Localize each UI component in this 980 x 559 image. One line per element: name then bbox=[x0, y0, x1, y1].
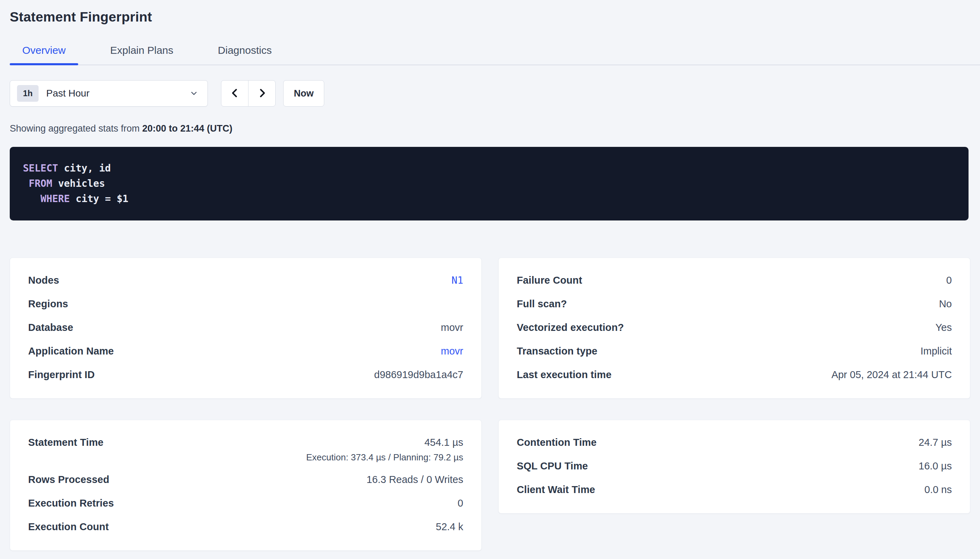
chevron-right-icon bbox=[257, 88, 267, 99]
row-label: Fingerprint ID bbox=[28, 369, 95, 380]
page-title: Statement Fingerprint bbox=[10, 9, 970, 25]
failure-count-value: 0 bbox=[946, 275, 952, 286]
chevron-left-icon bbox=[230, 88, 240, 99]
sql-statement-box: SELECT city, id FROM vehicles WHERE city… bbox=[10, 147, 968, 220]
row-label: Execution Count bbox=[28, 521, 109, 533]
execution-count-value: 52.4 k bbox=[436, 521, 463, 533]
row-execution-retries: Execution Retries 0 bbox=[28, 498, 463, 510]
row-application-name: Application Name movr bbox=[28, 346, 463, 358]
sql-cpu-time-value: 16.0 µs bbox=[919, 460, 952, 472]
tab-bar: Overview Explain Plans Diagnostics bbox=[10, 39, 980, 65]
database-value: movr bbox=[441, 322, 463, 333]
row-fingerprint-id: Fingerprint ID d986919d9ba1a4c7 bbox=[28, 369, 463, 382]
statement-time-main: Statement Time 454.1 µs bbox=[28, 437, 463, 449]
tab-diagnostics-label: Diagnostics bbox=[218, 45, 272, 56]
row-label: Execution Retries bbox=[28, 498, 114, 509]
tab-explain-plans[interactable]: Explain Plans bbox=[98, 39, 186, 64]
details-card: Nodes N1 Regions Database movr Applicati… bbox=[10, 258, 482, 399]
stats-summary-prefix: Showing aggregated stats from bbox=[10, 123, 142, 134]
row-rows-processed: Rows Processed 16.3 Reads / 0 Writes bbox=[28, 474, 463, 486]
now-button[interactable]: Now bbox=[283, 80, 324, 107]
row-label: Database bbox=[28, 322, 73, 333]
sql-text: vehicles bbox=[52, 178, 105, 189]
sql-line: WHERE city = $1 bbox=[23, 191, 955, 207]
sql-line: FROM vehicles bbox=[23, 176, 955, 191]
full-scan-value: No bbox=[939, 298, 952, 310]
row-label: SQL CPU Time bbox=[517, 460, 588, 472]
vectorized-execution-value: Yes bbox=[935, 322, 952, 333]
row-nodes: Nodes N1 bbox=[28, 275, 463, 287]
execution-attributes-card: Failure Count 0 Full scan? No Vectorized… bbox=[498, 258, 970, 399]
row-label: Last execution time bbox=[517, 369, 612, 380]
row-client-wait-time: Client Wait Time 0.0 ns bbox=[517, 484, 952, 496]
time-step-group bbox=[221, 80, 275, 107]
fingerprint-id-value: d986919d9ba1a4c7 bbox=[374, 369, 463, 380]
time-prev-button[interactable] bbox=[221, 80, 249, 107]
last-execution-time-value: Apr 05, 2024 at 21:44 UTC bbox=[831, 369, 952, 380]
stats-summary-range: 20:00 to 21:44 (UTC) bbox=[142, 123, 232, 134]
row-sql-cpu-time: SQL CPU Time 16.0 µs bbox=[517, 460, 952, 473]
contention-time-value: 24.7 µs bbox=[919, 437, 952, 448]
rows-processed-value: 16.3 Reads / 0 Writes bbox=[366, 474, 463, 485]
sql-keyword: WHERE bbox=[41, 193, 70, 205]
row-last-execution-time: Last execution time Apr 05, 2024 at 21:4… bbox=[517, 369, 952, 382]
chevron-down-icon bbox=[189, 89, 199, 98]
row-label: Nodes bbox=[28, 275, 59, 286]
tab-diagnostics[interactable]: Diagnostics bbox=[206, 39, 284, 64]
time-toolbar: 1h Past Hour Now bbox=[10, 80, 970, 107]
row-transaction-type: Transaction type Implicit bbox=[517, 346, 952, 358]
aggregated-stats-summary: Showing aggregated stats from 20:00 to 2… bbox=[10, 122, 970, 134]
row-label: Application Name bbox=[28, 346, 114, 357]
row-label: Statement Time bbox=[28, 437, 104, 448]
row-regions: Regions bbox=[28, 298, 463, 311]
row-label: Contention Time bbox=[517, 437, 597, 448]
transaction-type-value: Implicit bbox=[920, 346, 952, 357]
row-full-scan: Full scan? No bbox=[517, 298, 952, 311]
sql-text: city = $1 bbox=[70, 193, 129, 205]
statement-time-value: 454.1 µs bbox=[425, 437, 463, 448]
time-preset-badge: 1h bbox=[17, 85, 38, 102]
row-statement-time: Statement Time 454.1 µs Execution: 373.4… bbox=[28, 437, 463, 463]
row-label: Vectorized execution? bbox=[517, 322, 624, 333]
client-wait-time-value: 0.0 ns bbox=[924, 484, 952, 496]
tab-overview[interactable]: Overview bbox=[10, 39, 78, 64]
statement-time-breakdown: Execution: 373.4 µs / Planning: 79.2 µs bbox=[28, 452, 463, 463]
time-next-button[interactable] bbox=[248, 80, 275, 107]
time-range-selected-label: Past Hour bbox=[46, 88, 90, 99]
row-label: Regions bbox=[28, 298, 68, 310]
row-label: Client Wait Time bbox=[517, 484, 595, 496]
time-range-dropdown[interactable]: 1h Past Hour bbox=[10, 80, 208, 107]
row-label: Full scan? bbox=[517, 298, 567, 310]
tab-overview-label: Overview bbox=[22, 45, 66, 56]
sql-keyword: FROM bbox=[29, 178, 52, 189]
sql-line: SELECT city, id bbox=[23, 161, 955, 176]
sql-text bbox=[23, 193, 41, 205]
nodes-link[interactable]: N1 bbox=[451, 275, 463, 286]
row-failure-count: Failure Count 0 bbox=[517, 275, 952, 287]
row-contention-time: Contention Time 24.7 µs bbox=[517, 437, 952, 449]
statement-performance-card: Statement Time 454.1 µs Execution: 373.4… bbox=[10, 420, 482, 551]
row-vectorized-execution: Vectorized execution? Yes bbox=[517, 322, 952, 334]
row-label: Transaction type bbox=[517, 346, 597, 357]
sql-keyword: SELECT bbox=[23, 162, 58, 174]
sql-text bbox=[23, 178, 29, 189]
tab-explain-plans-label: Explain Plans bbox=[110, 45, 173, 56]
sql-text: city, id bbox=[58, 162, 111, 174]
row-label: Rows Processed bbox=[28, 474, 109, 485]
summary-cards-grid: Nodes N1 Regions Database movr Applicati… bbox=[10, 258, 970, 551]
row-label: Failure Count bbox=[517, 275, 582, 286]
wait-times-card: Contention Time 24.7 µs SQL CPU Time 16.… bbox=[498, 420, 970, 514]
row-database: Database movr bbox=[28, 322, 463, 334]
application-name-link[interactable]: movr bbox=[441, 346, 463, 357]
statement-fingerprint-page: Statement Fingerprint Overview Explain P… bbox=[0, 9, 980, 551]
execution-retries-value: 0 bbox=[458, 498, 463, 509]
row-execution-count: Execution Count 52.4 k bbox=[28, 521, 463, 534]
